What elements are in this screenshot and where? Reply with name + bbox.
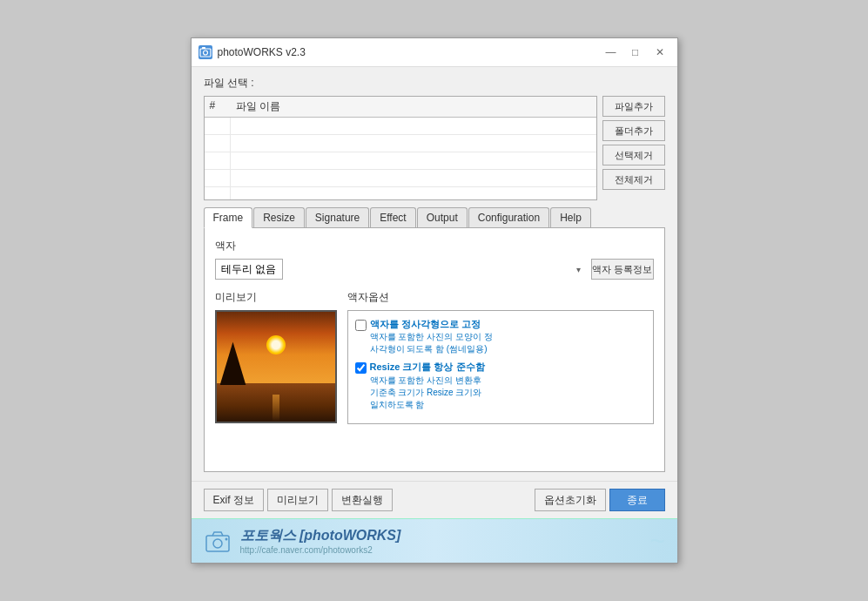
option-2-row: Resize 크기를 항상 준수함 액자를 포함한 사진의 변환후기준축 크기가… bbox=[355, 361, 646, 410]
camera-icon-svg bbox=[205, 530, 231, 552]
bottom-right-buttons: 옵션초기화 종료 bbox=[535, 489, 665, 511]
tab-output[interactable]: Output bbox=[417, 207, 468, 227]
tab-content-frame: 액자 테두리 없음 액자 등록정보 미리보기 bbox=[204, 228, 665, 472]
frame-dropdown[interactable]: 테두리 없음 bbox=[215, 259, 283, 280]
tree-trunk bbox=[231, 368, 236, 385]
table-row bbox=[205, 152, 596, 170]
footer-url: http://cafe.naver.com/photoworks2 bbox=[240, 545, 401, 555]
option-1-sub: 액자를 포함한 사진의 모양이 정사각형이 되도록 함 (썸네일용) bbox=[370, 331, 493, 355]
convert-button[interactable]: 변환실행 bbox=[332, 489, 393, 511]
table-row bbox=[205, 135, 596, 152]
tab-bar: Frame Resize Signature Effect Output Con… bbox=[204, 207, 665, 228]
preview-image-box bbox=[215, 310, 337, 423]
close-button[interactable]: ✕ bbox=[649, 44, 670, 61]
tab-configuration[interactable]: Configuration bbox=[468, 207, 549, 227]
remove-selected-button[interactable]: 선택제거 bbox=[602, 145, 665, 165]
add-file-button[interactable]: 파일추가 bbox=[602, 96, 665, 117]
option-1-row: 액자를 정사각형으로 고정 액자를 포함한 사진의 모양이 정사각형이 되도록 … bbox=[355, 318, 646, 355]
options-section: 액자옵션 액자를 정사각형으로 고정 액자를 포함한 사진의 모양이 정사각형이… bbox=[347, 290, 654, 424]
tab-effect[interactable]: Effect bbox=[370, 207, 415, 227]
file-list[interactable]: # 파일 이름 bbox=[204, 96, 597, 200]
frame-reg-button[interactable]: 액자 등록정보 bbox=[591, 259, 654, 280]
option-2-checkbox[interactable] bbox=[355, 362, 367, 374]
exit-button[interactable]: 종료 bbox=[609, 489, 665, 511]
option-1-checkbox[interactable] bbox=[355, 320, 367, 331]
svg-point-4 bbox=[213, 539, 222, 548]
titlebar: photoWORKS v2.3 — □ ✕ bbox=[192, 38, 677, 67]
option-1-text: 액자를 정사각형으로 고정 액자를 포함한 사진의 모양이 정사각형이 되도록 … bbox=[370, 318, 493, 355]
footer-watermark: ~ bbox=[649, 526, 665, 556]
table-row bbox=[205, 170, 596, 187]
main-content: 파일 선택 : # 파일 이름 bbox=[192, 67, 677, 481]
file-section: # 파일 이름 파일추가 폴더추가 선택제거 전체제거 bbox=[204, 96, 665, 200]
preview-button[interactable]: 미리보기 bbox=[267, 489, 328, 511]
frame-section-label: 액자 bbox=[215, 239, 654, 253]
file-select-label: 파일 선택 : bbox=[204, 76, 665, 91]
table-row bbox=[205, 187, 596, 200]
app-icon bbox=[198, 45, 212, 59]
option-2-text: Resize 크기를 항상 준수함 액자를 포함한 사진의 변환후기준축 크기가… bbox=[370, 361, 485, 410]
option-2-sub: 액자를 포함한 사진의 변환후기준축 크기가 Resize 크기와일치하도록 함 bbox=[370, 375, 485, 411]
options-label: 액자옵션 bbox=[347, 290, 654, 305]
svg-rect-0 bbox=[200, 49, 211, 57]
option-2-main: Resize 크기를 항상 준수함 bbox=[370, 361, 485, 374]
svg-rect-3 bbox=[206, 536, 229, 551]
preview-label: 미리보기 bbox=[215, 290, 257, 305]
frame-dropdown-wrapper: 테두리 없음 bbox=[215, 259, 586, 280]
sun-element bbox=[266, 335, 286, 355]
add-folder-button[interactable]: 폴더추가 bbox=[602, 120, 665, 141]
tab-frame[interactable]: Frame bbox=[204, 207, 253, 228]
titlebar-controls: — □ ✕ bbox=[601, 44, 670, 61]
bottom-left-buttons: Exif 정보 미리보기 변환실행 bbox=[204, 489, 393, 511]
file-table-header: # 파일 이름 bbox=[205, 97, 596, 118]
main-window: photoWORKS v2.3 — □ ✕ 파일 선택 : # 파일 이름 bbox=[191, 37, 678, 564]
minimize-button[interactable]: — bbox=[601, 44, 622, 61]
preview-options-row: 미리보기 bbox=[215, 290, 654, 424]
option-1-main: 액자를 정사각형으로 고정 bbox=[370, 318, 493, 331]
options-box: 액자를 정사각형으로 고정 액자를 포함한 사진의 모양이 정사각형이 되도록 … bbox=[347, 310, 654, 424]
footer-title: 포토웍스 [photoWORKS] bbox=[240, 527, 401, 545]
frame-select-row: 테두리 없음 액자 등록정보 bbox=[215, 259, 654, 280]
tabs-container: Frame Resize Signature Effect Output Con… bbox=[204, 207, 665, 472]
svg-point-5 bbox=[225, 538, 227, 541]
remove-all-button[interactable]: 전체제거 bbox=[602, 169, 665, 190]
sun-reflection bbox=[273, 395, 279, 422]
sunset-preview bbox=[217, 312, 335, 422]
col-hash: # bbox=[205, 99, 231, 114]
svg-rect-2 bbox=[202, 47, 205, 49]
file-action-buttons: 파일추가 폴더추가 선택제거 전체제거 bbox=[602, 96, 665, 190]
file-table-area: # 파일 이름 bbox=[204, 96, 597, 200]
file-rows bbox=[205, 118, 596, 200]
exif-info-button[interactable]: Exif 정보 bbox=[204, 489, 264, 511]
window-title: photoWORKS v2.3 bbox=[218, 46, 306, 58]
preview-section: 미리보기 bbox=[215, 290, 337, 424]
camera-icon bbox=[204, 529, 232, 553]
tab-help[interactable]: Help bbox=[550, 207, 591, 227]
tab-resize[interactable]: Resize bbox=[253, 207, 305, 227]
maximize-button[interactable]: □ bbox=[625, 44, 646, 61]
tab-signature[interactable]: Signature bbox=[306, 207, 369, 227]
footer-banner: 포토웍스 [photoWORKS] http://cafe.naver.com/… bbox=[192, 518, 677, 563]
titlebar-left: photoWORKS v2.3 bbox=[198, 45, 306, 59]
bottom-bar: Exif 정보 미리보기 변환실행 옵션초기화 종료 bbox=[192, 481, 677, 518]
col-filename: 파일 이름 bbox=[231, 99, 596, 114]
table-row bbox=[205, 118, 596, 135]
reset-options-button[interactable]: 옵션초기화 bbox=[535, 489, 606, 511]
svg-point-1 bbox=[203, 51, 207, 55]
footer-text-group: 포토웍스 [photoWORKS] http://cafe.naver.com/… bbox=[240, 527, 401, 555]
